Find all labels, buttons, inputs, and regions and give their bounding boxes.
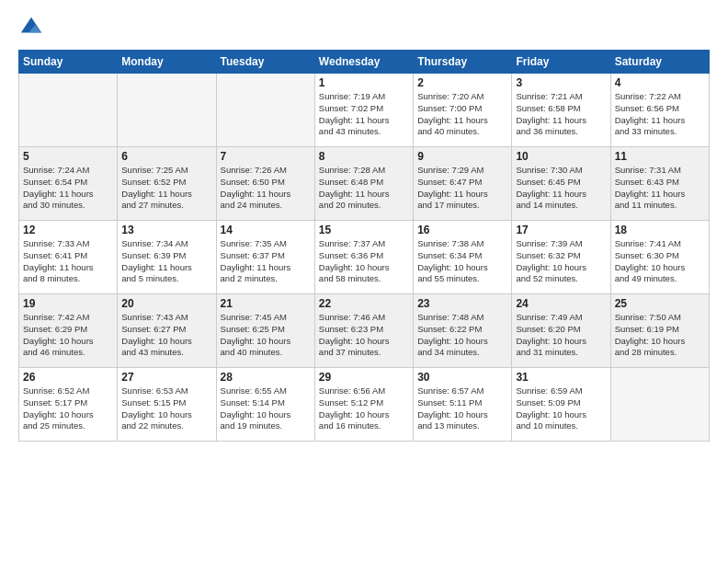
day-number: 2 [417, 76, 507, 89]
day-number: 23 [417, 297, 507, 310]
calendar-cell: 7Sunrise: 7:26 AM Sunset: 6:50 PM Daylig… [216, 147, 314, 221]
day-number: 14 [221, 224, 311, 236]
day-number: 27 [121, 371, 211, 384]
calendar-cell: 14Sunrise: 7:35 AM Sunset: 6:37 PM Dayli… [216, 221, 314, 294]
day-info: Sunrise: 7:28 AM Sunset: 6:48 PM Dayligh… [319, 165, 409, 212]
day-number: 9 [417, 150, 507, 163]
calendar-cell: 30Sunrise: 6:57 AM Sunset: 5:11 PM Dayli… [414, 368, 512, 442]
day-info: Sunrise: 7:42 AM Sunset: 6:29 PM Dayligh… [23, 312, 113, 359]
day-info: Sunrise: 7:31 AM Sunset: 6:43 PM Dayligh… [615, 165, 705, 212]
day-info: Sunrise: 6:57 AM Sunset: 5:11 PM Dayligh… [417, 385, 507, 432]
calendar-cell [610, 368, 709, 442]
weekday-header-monday: Monday [118, 51, 216, 74]
day-info: Sunrise: 7:46 AM Sunset: 6:23 PM Dayligh… [319, 312, 409, 359]
day-info: Sunrise: 7:22 AM Sunset: 6:56 PM Dayligh… [615, 91, 705, 138]
day-info: Sunrise: 7:38 AM Sunset: 6:34 PM Dayligh… [417, 238, 507, 285]
week-row-4: 19Sunrise: 7:42 AM Sunset: 6:29 PM Dayli… [19, 294, 710, 368]
day-number: 7 [221, 150, 311, 163]
day-number: 4 [615, 76, 705, 89]
calendar-cell [19, 74, 118, 147]
calendar-cell: 28Sunrise: 6:55 AM Sunset: 5:14 PM Dayli… [216, 368, 314, 442]
day-info: Sunrise: 7:45 AM Sunset: 6:25 PM Dayligh… [221, 312, 311, 359]
day-info: Sunrise: 7:25 AM Sunset: 6:52 PM Dayligh… [121, 165, 211, 212]
day-info: Sunrise: 7:49 AM Sunset: 6:20 PM Dayligh… [516, 312, 606, 359]
day-number: 28 [221, 371, 311, 384]
day-number: 3 [516, 76, 606, 89]
day-number: 18 [615, 224, 705, 236]
day-number: 15 [319, 224, 409, 236]
weekday-header-tuesday: Tuesday [216, 51, 314, 74]
day-number: 26 [23, 371, 113, 384]
calendar-table: SundayMondayTuesdayWednesdayThursdayFrid… [18, 50, 710, 442]
day-info: Sunrise: 7:33 AM Sunset: 6:41 PM Dayligh… [23, 238, 113, 285]
day-number: 1 [319, 76, 409, 89]
day-info: Sunrise: 6:53 AM Sunset: 5:15 PM Dayligh… [121, 385, 211, 432]
day-info: Sunrise: 7:21 AM Sunset: 6:58 PM Dayligh… [516, 91, 606, 138]
calendar-cell: 5Sunrise: 7:24 AM Sunset: 6:54 PM Daylig… [19, 147, 118, 221]
calendar-cell: 25Sunrise: 7:50 AM Sunset: 6:19 PM Dayli… [610, 294, 709, 368]
calendar-cell: 6Sunrise: 7:25 AM Sunset: 6:52 PM Daylig… [118, 147, 216, 221]
day-info: Sunrise: 7:34 AM Sunset: 6:39 PM Dayligh… [121, 238, 211, 285]
calendar-cell: 13Sunrise: 7:34 AM Sunset: 6:39 PM Dayli… [118, 221, 216, 294]
day-info: Sunrise: 7:35 AM Sunset: 6:37 PM Dayligh… [221, 238, 311, 285]
day-info: Sunrise: 6:55 AM Sunset: 5:14 PM Dayligh… [221, 385, 311, 432]
calendar-cell: 18Sunrise: 7:41 AM Sunset: 6:30 PM Dayli… [610, 221, 709, 294]
week-row-1: 1Sunrise: 7:19 AM Sunset: 7:02 PM Daylig… [19, 74, 710, 147]
day-number: 22 [319, 297, 409, 310]
day-info: Sunrise: 7:30 AM Sunset: 6:45 PM Dayligh… [516, 165, 606, 212]
weekday-header-saturday: Saturday [610, 51, 709, 74]
calendar-cell: 1Sunrise: 7:19 AM Sunset: 7:02 PM Daylig… [314, 74, 413, 147]
day-number: 11 [615, 150, 705, 163]
day-info: Sunrise: 7:26 AM Sunset: 6:50 PM Dayligh… [221, 165, 311, 212]
calendar-cell: 16Sunrise: 7:38 AM Sunset: 6:34 PM Dayli… [414, 221, 512, 294]
logo-icon [18, 15, 44, 40]
day-info: Sunrise: 7:41 AM Sunset: 6:30 PM Dayligh… [615, 238, 705, 285]
day-number: 16 [417, 224, 507, 236]
day-number: 24 [516, 297, 606, 310]
weekday-header-row: SundayMondayTuesdayWednesdayThursdayFrid… [19, 51, 710, 74]
day-number: 5 [23, 150, 113, 163]
day-number: 20 [121, 297, 211, 310]
day-number: 8 [319, 150, 409, 163]
day-info: Sunrise: 7:50 AM Sunset: 6:19 PM Dayligh… [615, 312, 705, 359]
calendar-cell: 23Sunrise: 7:48 AM Sunset: 6:22 PM Dayli… [414, 294, 512, 368]
day-number: 13 [121, 224, 211, 236]
day-info: Sunrise: 6:52 AM Sunset: 5:17 PM Dayligh… [23, 385, 113, 432]
day-info: Sunrise: 7:24 AM Sunset: 6:54 PM Dayligh… [23, 165, 113, 212]
calendar-cell: 4Sunrise: 7:22 AM Sunset: 6:56 PM Daylig… [610, 74, 709, 147]
calendar-cell: 26Sunrise: 6:52 AM Sunset: 5:17 PM Dayli… [19, 368, 118, 442]
day-info: Sunrise: 6:56 AM Sunset: 5:12 PM Dayligh… [319, 385, 409, 432]
day-number: 25 [615, 297, 705, 310]
calendar-cell: 11Sunrise: 7:31 AM Sunset: 6:43 PM Dayli… [610, 147, 709, 221]
day-number: 29 [319, 371, 409, 384]
calendar-cell: 9Sunrise: 7:29 AM Sunset: 6:47 PM Daylig… [414, 147, 512, 221]
day-info: Sunrise: 7:19 AM Sunset: 7:02 PM Dayligh… [319, 91, 409, 138]
calendar-cell: 12Sunrise: 7:33 AM Sunset: 6:41 PM Dayli… [19, 221, 118, 294]
calendar-cell [118, 74, 216, 147]
day-info: Sunrise: 7:20 AM Sunset: 7:00 PM Dayligh… [417, 91, 507, 138]
header [18, 15, 710, 40]
day-info: Sunrise: 7:37 AM Sunset: 6:36 PM Dayligh… [319, 238, 409, 285]
calendar-cell: 24Sunrise: 7:49 AM Sunset: 6:20 PM Dayli… [512, 294, 610, 368]
day-info: Sunrise: 7:39 AM Sunset: 6:32 PM Dayligh… [516, 238, 606, 285]
day-info: Sunrise: 6:59 AM Sunset: 5:09 PM Dayligh… [516, 385, 606, 432]
calendar-cell [216, 74, 314, 147]
day-info: Sunrise: 7:48 AM Sunset: 6:22 PM Dayligh… [417, 312, 507, 359]
calendar-cell: 3Sunrise: 7:21 AM Sunset: 6:58 PM Daylig… [512, 74, 610, 147]
day-number: 12 [23, 224, 113, 236]
day-number: 19 [23, 297, 113, 310]
week-row-5: 26Sunrise: 6:52 AM Sunset: 5:17 PM Dayli… [19, 368, 710, 442]
calendar-cell: 20Sunrise: 7:43 AM Sunset: 6:27 PM Dayli… [118, 294, 216, 368]
calendar-cell: 29Sunrise: 6:56 AM Sunset: 5:12 PM Dayli… [314, 368, 413, 442]
page: SundayMondayTuesdayWednesdayThursdayFrid… [0, 0, 728, 563]
calendar-cell: 21Sunrise: 7:45 AM Sunset: 6:25 PM Dayli… [216, 294, 314, 368]
day-number: 17 [516, 224, 606, 236]
day-number: 30 [417, 371, 507, 384]
day-number: 6 [121, 150, 211, 163]
calendar-cell: 17Sunrise: 7:39 AM Sunset: 6:32 PM Dayli… [512, 221, 610, 294]
weekday-header-sunday: Sunday [19, 51, 118, 74]
day-number: 21 [221, 297, 311, 310]
week-row-2: 5Sunrise: 7:24 AM Sunset: 6:54 PM Daylig… [19, 147, 710, 221]
calendar-cell: 27Sunrise: 6:53 AM Sunset: 5:15 PM Dayli… [118, 368, 216, 442]
day-number: 10 [516, 150, 606, 163]
